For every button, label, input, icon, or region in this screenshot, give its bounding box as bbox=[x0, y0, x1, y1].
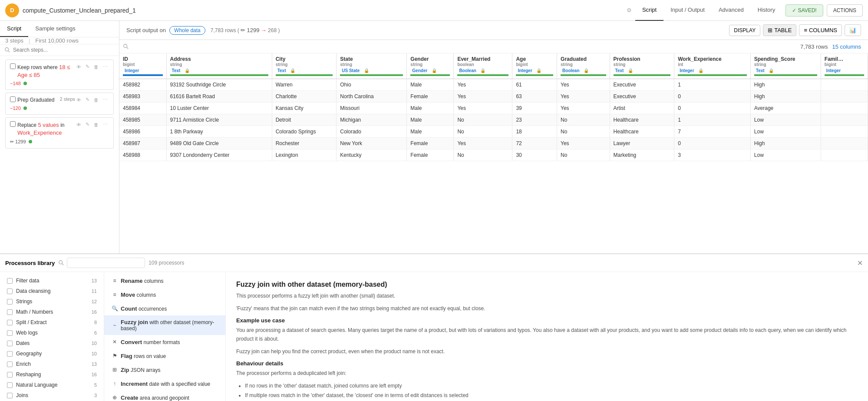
search-steps-input[interactable] bbox=[13, 47, 115, 53]
category-checkbox[interactable] bbox=[7, 278, 13, 284]
category-checkbox[interactable] bbox=[7, 382, 13, 388]
processor-list-item[interactable]: ≡ Rename columns bbox=[104, 274, 225, 288]
table-row: 458986 1 8th Parkway Colorado Springs Co… bbox=[119, 126, 868, 138]
cell-family bbox=[821, 114, 868, 126]
cell-gender: Female bbox=[407, 138, 454, 149]
processor-category-item[interactable]: Dates 10 bbox=[0, 338, 104, 348]
processor-list-item[interactable]: ~ Fuzzy join with other dataset (memory-… bbox=[104, 315, 225, 335]
cell-profession: Healthcare bbox=[610, 126, 674, 138]
actions-button[interactable]: ACTIONS bbox=[827, 4, 863, 17]
columns-view-button[interactable]: ≡ COLUMNS bbox=[799, 24, 842, 36]
processor-icon: ⊕ bbox=[111, 394, 118, 401]
category-label: Reshaping bbox=[16, 371, 88, 378]
category-checkbox[interactable] bbox=[7, 351, 13, 357]
display-button[interactable]: DISPLAY bbox=[729, 25, 760, 36]
table-search-input[interactable] bbox=[129, 43, 199, 50]
processor-name: Zip JSON arrays bbox=[121, 367, 161, 373]
cell-family bbox=[821, 91, 868, 103]
cell-work-exp: 7 bbox=[674, 126, 751, 138]
svg-line-3 bbox=[127, 47, 129, 49]
svg-point-0 bbox=[5, 48, 9, 51]
processors-close-button[interactable]: ✕ bbox=[857, 259, 863, 267]
processor-list-item[interactable]: ⚑ Flag rows on value bbox=[104, 349, 225, 363]
processor-category-item[interactable]: Split / Extract 8 bbox=[0, 317, 104, 328]
step-checkbox-3[interactable] bbox=[10, 121, 16, 127]
category-checkbox[interactable] bbox=[7, 299, 13, 305]
chart-view-button[interactable]: 📊 bbox=[845, 24, 861, 36]
processor-list-item[interactable]: ⊕ Create area around geopoint bbox=[104, 391, 225, 401]
processor-list-item[interactable]: ⊞ Zip JSON arrays bbox=[104, 363, 225, 377]
steps-count: 3 steps bbox=[5, 37, 23, 44]
processor-category-item[interactable]: Geography 10 bbox=[0, 348, 104, 359]
category-checkbox[interactable] bbox=[7, 341, 13, 346]
nav-tab-input-output[interactable]: Input / Output bbox=[663, 0, 712, 21]
cell-age: 30 bbox=[512, 149, 557, 161]
step-more-1[interactable]: ⋯ bbox=[102, 63, 109, 70]
category-count: 6 bbox=[94, 330, 97, 335]
processor-category-item[interactable]: Joins 3 bbox=[0, 390, 104, 401]
tab-script[interactable]: Script bbox=[0, 21, 28, 37]
th-graduated: Graduated string Boolean 🔒 bbox=[557, 53, 610, 79]
cell-gender: Male bbox=[407, 114, 454, 126]
processor-category-item[interactable]: Natural Language 5 bbox=[0, 380, 104, 390]
proc-detail-intro: This processor performs a fuzzy left joi… bbox=[236, 292, 858, 300]
cell-id: 458986 bbox=[119, 126, 166, 138]
processor-list-item[interactable]: ≡ Move columns bbox=[104, 288, 225, 302]
step-delete-3[interactable]: 🗑 bbox=[92, 121, 100, 128]
processor-list-item[interactable]: ✕ Convert number formats bbox=[104, 335, 225, 349]
nav-tab-advanced[interactable]: Advanced bbox=[712, 0, 751, 21]
step-delete-2[interactable]: 🗑 bbox=[92, 96, 100, 103]
step-delete-1[interactable]: 🗑 bbox=[92, 63, 100, 70]
category-checkbox[interactable] bbox=[7, 361, 13, 367]
step-checkbox-1[interactable] bbox=[10, 63, 16, 69]
processor-category-item[interactable]: Web logs 6 bbox=[0, 328, 104, 338]
cell-married: No bbox=[454, 149, 512, 161]
cell-graduated: No bbox=[557, 126, 610, 138]
proc-detail-behaviour-title: Behaviour details bbox=[236, 360, 858, 367]
cell-married: No bbox=[454, 114, 512, 126]
columns-icon: ≡ bbox=[804, 27, 807, 33]
step-edit-3[interactable]: ✎ bbox=[84, 121, 91, 128]
category-checkbox[interactable] bbox=[7, 320, 13, 325]
step-eye-1[interactable]: 👁 bbox=[75, 63, 83, 70]
tab-sample-settings[interactable]: Sample settings bbox=[28, 21, 83, 37]
category-checkbox[interactable] bbox=[7, 393, 13, 398]
processors-search-input[interactable] bbox=[67, 258, 145, 268]
svg-point-4 bbox=[59, 261, 63, 264]
category-checkbox[interactable] bbox=[7, 330, 13, 336]
cell-family bbox=[821, 103, 868, 114]
processor-category-item[interactable]: Reshaping 16 bbox=[0, 369, 104, 380]
processors-library-title: Processors library bbox=[5, 260, 55, 266]
category-checkbox[interactable] bbox=[7, 288, 13, 294]
step-checkbox-2[interactable] bbox=[10, 96, 16, 102]
nav-tab-history[interactable]: History bbox=[751, 0, 782, 21]
nav-tabs: Script Input / Output Advanced History bbox=[635, 0, 782, 21]
processors-categories: Filter data 13 Data cleansing 11 Strings… bbox=[0, 272, 104, 401]
processor-list-item[interactable]: ↑ Increment date with a specified value bbox=[104, 377, 225, 391]
step-edit-2[interactable]: ✎ bbox=[84, 96, 91, 103]
nav-tab-script[interactable]: Script bbox=[635, 0, 663, 21]
processor-category-item[interactable]: Math / Numbers 16 bbox=[0, 307, 104, 317]
table-row: 458988 9307 Londonderry Center Lexington… bbox=[119, 149, 868, 161]
cell-family bbox=[821, 138, 868, 149]
step-more-3[interactable]: ⋯ bbox=[102, 121, 109, 128]
processor-category-item[interactable]: Data cleansing 11 bbox=[0, 286, 104, 296]
processor-icon: ✕ bbox=[111, 338, 118, 345]
cell-id: 458987 bbox=[119, 138, 166, 149]
whole-data-badge[interactable]: Whole data bbox=[169, 26, 205, 35]
cell-gender: Male bbox=[407, 103, 454, 114]
processor-category-item[interactable]: Enrich 13 bbox=[0, 359, 104, 369]
processor-category-item[interactable]: Filter data 13 bbox=[0, 275, 104, 286]
step-eye-2[interactable]: 👁 bbox=[75, 96, 83, 103]
saved-button[interactable]: ✓ SAVED! bbox=[785, 4, 823, 17]
step-edit-1[interactable]: ✎ bbox=[84, 63, 91, 70]
processor-list-item[interactable]: 🔍 Count occurrences bbox=[104, 302, 225, 315]
step-eye-3[interactable]: 👁 bbox=[75, 121, 83, 128]
category-checkbox[interactable] bbox=[7, 309, 13, 315]
processor-category-item[interactable]: Strings 12 bbox=[0, 296, 104, 307]
table-view-button[interactable]: ⊞ TABLE bbox=[763, 24, 796, 36]
step-more-2[interactable]: ⋯ bbox=[102, 96, 109, 103]
cell-city: Charlotte bbox=[272, 91, 337, 103]
table-row: 458987 9489 Old Gate Circle Rochester Ne… bbox=[119, 138, 868, 149]
category-checkbox[interactable] bbox=[7, 372, 13, 378]
